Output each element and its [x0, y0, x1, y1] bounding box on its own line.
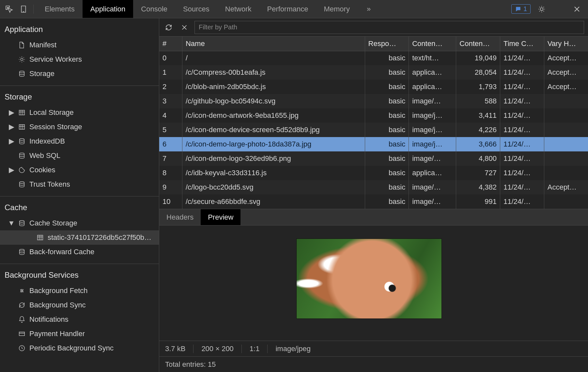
cell-time-cached: 11/24/…: [500, 65, 544, 80]
inspect-icon[interactable]: [3, 3, 16, 16]
cell-vary-header: [544, 108, 588, 123]
panel-tab-memory[interactable]: Memory: [316, 0, 357, 18]
cell-response: basic: [365, 65, 409, 80]
sidebar-item-background-fetch[interactable]: Background Fetch: [0, 284, 159, 298]
panel-tab-sources[interactable]: Sources: [175, 0, 217, 18]
kebab-menu-icon[interactable]: [553, 3, 566, 16]
column-header[interactable]: Name: [182, 37, 365, 51]
sidebar-item-local-storage[interactable]: ▶Local Storage: [0, 105, 159, 120]
sidebar-item-payment-handler[interactable]: Payment Handler: [0, 327, 159, 341]
reload-icon[interactable]: [163, 22, 174, 33]
preview-statusbar: 3.7 kB 200 × 200 1:1 image/jpeg: [159, 341, 588, 356]
cache-toolbar: [159, 18, 588, 37]
table-row[interactable]: 6/c/icon-demo-large-photo-18da387a.jpgba…: [159, 137, 588, 151]
close-devtools-icon[interactable]: [570, 3, 583, 16]
cell-name: /c/Compress-00b1eafa.js: [182, 65, 365, 80]
panel-tab-console[interactable]: Console: [133, 0, 175, 18]
sidebar-item-trust-tokens[interactable]: Trust Tokens: [0, 177, 159, 192]
detail-tab-preview[interactable]: Preview: [201, 209, 240, 225]
cell-content-length: 1,793: [456, 80, 500, 94]
cell-content-length: 28,054: [456, 65, 500, 80]
panel-tab-elements[interactable]: Elements: [37, 0, 83, 18]
main-split: ApplicationManifestService WorkersStorag…: [0, 18, 588, 372]
cell-vary-header: [544, 151, 588, 166]
sidebar-item-cache-storage[interactable]: ▼Cache Storage: [0, 216, 159, 230]
expand-arrow-icon[interactable]: ▶: [8, 137, 14, 146]
device-toggle-icon[interactable]: [17, 3, 30, 16]
column-header[interactable]: Conten…: [409, 37, 456, 51]
sidebar-item-background-sync[interactable]: Background Sync: [0, 298, 159, 312]
table-row[interactable]: 1/c/Compress-00b1eafa.jsbasicapplica…28,…: [159, 65, 588, 80]
cell-content-type: image/…: [409, 194, 456, 209]
sidebar-item-label: Payment Handler: [29, 330, 85, 338]
cell-time-cached: 11/24/…: [500, 51, 544, 65]
cell-response: basic: [365, 108, 409, 123]
card-icon: [18, 330, 26, 337]
cell-index: 6: [159, 137, 182, 151]
preview-image: [296, 239, 442, 319]
detail-tab-headers[interactable]: Headers: [159, 209, 201, 225]
table-row[interactable]: 8/c/idb-keyval-c33d3116.jsbasicapplica…7…: [159, 166, 588, 180]
sidebar-item-service-workers[interactable]: Service Workers: [0, 52, 159, 67]
cell-name: /c/icon-demo-device-screen-5d52d8b9.jpg: [182, 123, 365, 137]
panel-tab-performance[interactable]: Performance: [259, 0, 316, 18]
cell-index: 10: [159, 194, 182, 209]
messages-badge[interactable]: 1: [511, 4, 531, 14]
cookie-icon: [18, 166, 26, 174]
cell-index: 7: [159, 151, 182, 166]
expand-arrow-icon[interactable]: ▶: [8, 123, 14, 131]
panel-tab-application[interactable]: Application: [83, 0, 133, 18]
table-row[interactable]: 2/c/blob-anim-2db05bdc.jsbasicapplica…1,…: [159, 80, 588, 94]
expand-arrow-icon[interactable]: ▶: [8, 108, 14, 117]
expand-arrow-icon[interactable]: ▶: [8, 166, 14, 174]
column-header[interactable]: Vary H…: [544, 37, 588, 51]
cell-name: /c/github-logo-bc05494c.svg: [182, 94, 365, 108]
expand-arrow-icon[interactable]: ▼: [8, 219, 14, 227]
clear-icon[interactable]: [179, 22, 190, 33]
sidebar-item-indexeddb[interactable]: ▶IndexedDB: [0, 134, 159, 148]
table-row[interactable]: 3/c/github-logo-bc05494c.svgbasicimage/……: [159, 94, 588, 108]
table-row[interactable]: 5/c/icon-demo-device-screen-5d52d8b9.jpg…: [159, 123, 588, 137]
cell-name: /c/icon-demo-large-photo-18da387a.jpg: [182, 137, 365, 151]
cell-name: /c/icon-demo-logo-326ed9b6.png: [182, 151, 365, 166]
cell-vary-header: Accept…: [544, 180, 588, 194]
filter-by-path-input[interactable]: [194, 21, 584, 34]
table-row[interactable]: 0/basictext/ht…19,04911/24/…Accept…: [159, 51, 588, 65]
more-tabs[interactable]: »: [359, 5, 379, 13]
sidebar-item-web-sql[interactable]: Web SQL: [0, 148, 159, 163]
column-header[interactable]: #: [159, 37, 182, 51]
sidebar-item-manifest[interactable]: Manifest: [0, 38, 159, 52]
table-row[interactable]: 10/c/secure-a66bbdfe.svgbasicimage/…9911…: [159, 194, 588, 209]
sidebar-item-back-forward-cache[interactable]: Back-forward Cache: [0, 245, 159, 259]
panel-tab-network[interactable]: Network: [217, 0, 259, 18]
cell-name: /c/idb-keyval-c33d3116.js: [182, 166, 365, 180]
cell-response: basic: [365, 180, 409, 194]
table-row[interactable]: 9/c/logo-bcc20dd5.svgbasicimage/…4,38211…: [159, 180, 588, 194]
sidebar-item-session-storage[interactable]: ▶Session Storage: [0, 120, 159, 134]
cell-name: /c/icon-demo-artwork-9eba1655.jpg: [182, 108, 365, 123]
cell-name: /c/secure-a66bbdfe.svg: [182, 194, 365, 209]
cell-time-cached: 11/24/…: [500, 166, 544, 180]
sidebar-item-cookies[interactable]: ▶Cookies: [0, 163, 159, 177]
preview-zoom: 1:1: [242, 345, 268, 353]
cell-response: basic: [365, 123, 409, 137]
preview-dims: 200 × 200: [193, 345, 241, 353]
cell-content-type: image/…: [409, 94, 456, 108]
table-row[interactable]: 4/c/icon-demo-artwork-9eba1655.jpgbasici…: [159, 108, 588, 123]
column-header[interactable]: Conten…: [456, 37, 500, 51]
sidebar-item-storage[interactable]: Storage: [0, 67, 159, 81]
table-row[interactable]: 7/c/icon-demo-logo-326ed9b6.pngbasicimag…: [159, 151, 588, 166]
settings-icon[interactable]: [535, 3, 548, 16]
cache-storage-panel: #NameRespo…Conten…Conten…Time C…Vary H… …: [159, 18, 588, 372]
cell-time-cached: 11/24/…: [500, 108, 544, 123]
storage-icon: [18, 181, 26, 188]
column-header[interactable]: Respo…: [365, 37, 409, 51]
sidebar-item-notifications[interactable]: Notifications: [0, 312, 159, 327]
section-title: Cache: [0, 200, 159, 216]
sidebar-item-periodic-background-sync[interactable]: Periodic Background Sync: [0, 341, 159, 355]
cell-content-length: 4,382: [456, 180, 500, 194]
cell-content-length: 588: [456, 94, 500, 108]
storage-icon: [18, 220, 26, 227]
column-header[interactable]: Time C…: [500, 37, 544, 51]
sidebar-item-static-3741017226db5c27f50b[interactable]: static-3741017226db5c27f50b…: [0, 230, 159, 245]
